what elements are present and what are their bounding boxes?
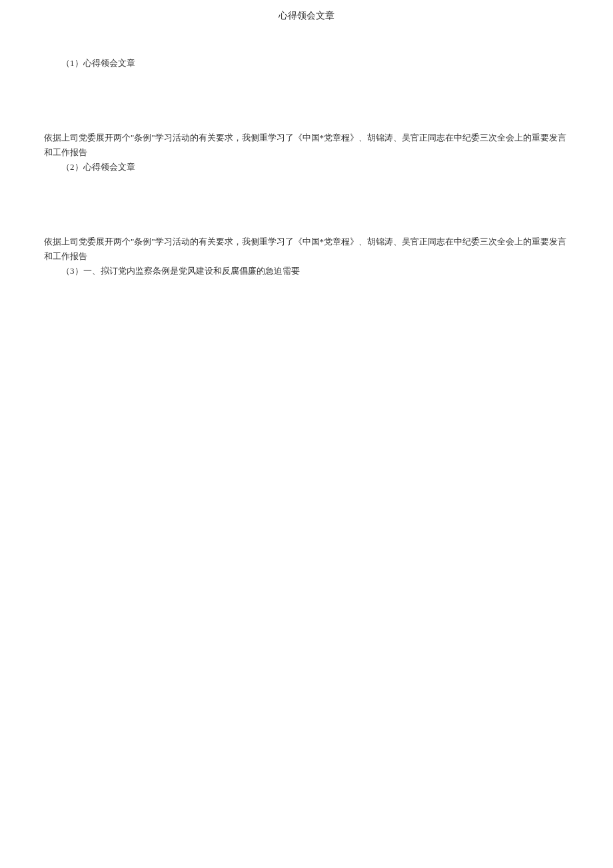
- heading-text: （1）心得领会文章: [61, 58, 135, 68]
- paragraph-text: 依据上司党委展开两个"条例"学习活动的有关要求，我侧重学习了《中国*党章程》、胡…: [44, 236, 566, 261]
- section-heading-2: （2）心得领会文章: [44, 160, 569, 175]
- section-paragraph-1: 依据上司党委展开两个"条例"学习活动的有关要求，我侧重学习了《中国*党章程》、胡…: [44, 131, 569, 160]
- spacer: [44, 71, 569, 131]
- page-title: 心得领会文章: [0, 0, 613, 24]
- section-heading-3: （3）一、拟订党内监察条例是党风建设和反腐倡廉的急迫需要: [44, 264, 569, 278]
- heading-text: （3）一、拟订党内监察条例是党风建设和反腐倡廉的急迫需要: [61, 266, 300, 276]
- spacer: [44, 175, 569, 234]
- document-body: （1）心得领会文章 依据上司党委展开两个"条例"学习活动的有关要求，我侧重学习了…: [0, 24, 613, 279]
- title-text: 心得领会文章: [279, 11, 334, 21]
- paragraph-text: 依据上司党委展开两个"条例"学习活动的有关要求，我侧重学习了《中国*党章程》、胡…: [44, 133, 566, 157]
- heading-text: （2）心得领会文章: [61, 162, 135, 172]
- section-heading-1: （1）心得领会文章: [44, 56, 569, 71]
- section-paragraph-2: 依据上司党委展开两个"条例"学习活动的有关要求，我侧重学习了《中国*党章程》、胡…: [44, 234, 569, 264]
